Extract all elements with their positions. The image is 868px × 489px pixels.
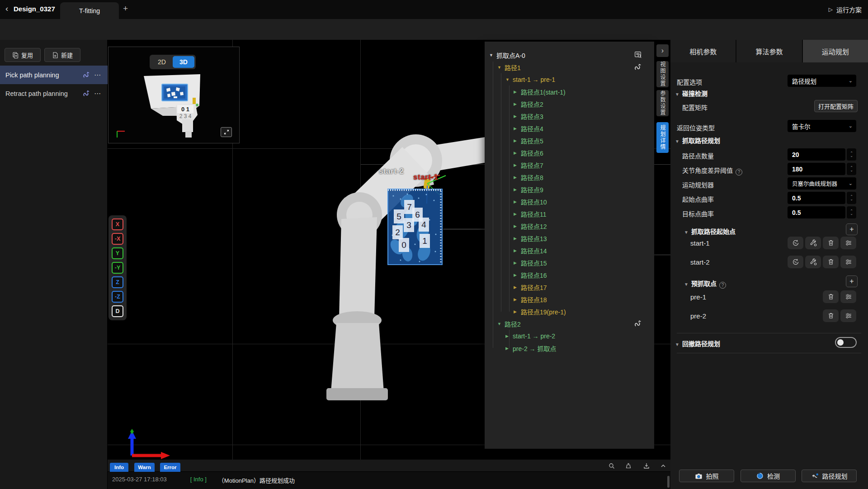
tree-node[interactable]: ▶路径点2 [485, 98, 654, 110]
expand-icon[interactable]: ▶ [514, 163, 521, 167]
replan-icon[interactable] [634, 319, 642, 328]
expand-icon[interactable]: ▶ [514, 199, 521, 204]
edit-pre-point-button[interactable] [840, 309, 856, 322]
axis-button-neg-x[interactable]: -X [112, 233, 123, 245]
log-tab-info[interactable]: Info [110, 463, 128, 472]
path-plan-button[interactable]: 路径规划 [802, 470, 857, 482]
tree-node[interactable]: ▶路径点3 [485, 110, 654, 122]
tree-node[interactable]: ▼抓取点A-0 [485, 49, 654, 61]
tree-node[interactable]: ▶路径点15 [485, 256, 654, 269]
collapse-icon[interactable]: ▼ [489, 53, 496, 57]
grasp-candidate-label[interactable]: 1 [420, 234, 430, 248]
step-down-icon[interactable]: ⌄ [850, 155, 853, 157]
path-squiggle-icon[interactable] [82, 90, 90, 98]
axis-button-d[interactable]: D [112, 305, 123, 317]
retract-plan-toggle[interactable] [835, 337, 857, 348]
new-button[interactable]: 新建 [44, 48, 80, 62]
expand-icon[interactable]: ▶ [514, 175, 521, 180]
axis-button-z[interactable]: Z [112, 276, 123, 288]
start-curvature-stepper[interactable]: 0.5 ⌃⌄ [788, 192, 856, 204]
tree-node[interactable]: ▶路径点9 [485, 183, 654, 195]
plan-detail-icon[interactable] [634, 51, 642, 59]
expand-icon[interactable]: ▶ [514, 212, 521, 216]
start-2-pose-label[interactable]: start-2 [379, 167, 404, 176]
log-export-icon[interactable] [642, 462, 651, 470]
delete-start-point-button[interactable] [823, 256, 839, 268]
tree-node[interactable]: ▶路径点17 [485, 281, 654, 293]
edit-start-point-button[interactable] [840, 237, 856, 249]
reuse-button[interactable]: 复用 [5, 48, 41, 62]
axis-button-y[interactable]: Y [112, 247, 123, 259]
start-points-section-header[interactable]: ▼抓取路径起始点 [684, 227, 736, 236]
tree-node[interactable]: ▶路径点10 [485, 195, 654, 208]
help-icon[interactable]: ? [719, 282, 726, 289]
collapse-icon[interactable]: ▼ [497, 322, 505, 326]
path-squiggle-icon[interactable] [82, 71, 90, 79]
vtab-parameter-settings[interactable]: 参数设置 [656, 90, 669, 116]
tree-node[interactable]: ▼start-1 → pre-1 [485, 73, 654, 85]
tree-node[interactable]: ▶路径点5 [485, 134, 654, 147]
expand-icon[interactable]: ▶ [514, 126, 521, 131]
tree-node[interactable]: ▶路径点19(pre-1) [485, 305, 654, 318]
vtab-plan-detail[interactable]: 规划详情 [656, 122, 669, 153]
expand-icon[interactable]: ▶ [514, 297, 521, 302]
log-tab-error[interactable]: Error [160, 463, 180, 472]
edit-start-point-button[interactable] [840, 256, 856, 268]
collision-section-header[interactable]: ▼碰撞检测 [675, 89, 708, 98]
tree-node[interactable]: ▶路径点18 [485, 293, 654, 305]
pick-plan-section-header[interactable]: ▼抓取路径规划 [675, 136, 720, 145]
expand-icon[interactable]: ▶ [514, 102, 521, 106]
toggle-3d-button[interactable]: 3D [173, 56, 194, 68]
collapse-icon[interactable]: ▼ [497, 65, 505, 70]
tab-algorithm-params[interactable]: 算法参数 [736, 40, 802, 62]
expand-icon[interactable]: ▶ [514, 248, 521, 253]
tree-node[interactable]: ▶start-1 → pre-2 [485, 330, 654, 342]
help-icon[interactable]: ? [736, 169, 742, 176]
retract-section-header[interactable]: ▼回撤路径规划 [675, 339, 720, 348]
expand-icon[interactable]: ▶ [514, 138, 521, 143]
toggle-2d-button[interactable]: 2D [151, 56, 173, 68]
more-options-icon[interactable]: ⋯ [94, 71, 101, 79]
grasp-candidate-label[interactable]: 5 [394, 209, 404, 223]
tree-node[interactable]: ▶路径点1(start-1) [485, 85, 654, 98]
config-option-select[interactable]: 路径规划 ⌄ [788, 75, 856, 87]
log-clear-icon[interactable] [624, 462, 632, 470]
add-tab-icon[interactable]: + [123, 4, 128, 14]
axis-button-x[interactable]: X [112, 218, 123, 230]
start-curvature-value[interactable]: 0.5 [788, 192, 845, 204]
step-down-icon[interactable]: ⌄ [850, 169, 853, 172]
expand-icon[interactable]: ▶ [514, 114, 521, 119]
tree-node[interactable]: ▶pre-2 → 抓取点 [485, 342, 654, 354]
tree-node[interactable]: ▶路径点7 [485, 159, 654, 171]
open-matrix-button[interactable]: 打开配置矩阵 [814, 100, 858, 112]
tree-node[interactable]: ▶路径点11 [485, 208, 654, 220]
target-curvature-value[interactable]: 0.5 [788, 206, 845, 218]
point-count-stepper[interactable]: 20 ⌃⌄ [788, 148, 856, 161]
pre-points-section-header[interactable]: ▼预抓取点? [684, 279, 729, 289]
expand-icon[interactable]: ▶ [514, 285, 521, 290]
target-curvature-stepper[interactable]: 0.5 ⌃⌄ [788, 206, 856, 218]
return-pose-select[interactable]: 笛卡尔 ⌄ [788, 120, 856, 132]
tab-motion-planning[interactable]: 运动规划 [803, 40, 868, 62]
step-down-icon[interactable]: ⌄ [850, 198, 853, 201]
expand-icon[interactable]: ▶ [514, 273, 521, 277]
back-icon[interactable]: ‹ [5, 4, 8, 14]
tree-node[interactable]: ▶路径点8 [485, 171, 654, 183]
expand-icon[interactable]: ▶ [514, 90, 521, 94]
joint-diff-stepper[interactable]: 180 ⌃⌄ [788, 163, 856, 175]
expand-mini-view-icon[interactable] [221, 127, 232, 137]
log-tab-warn[interactable]: Warn [134, 463, 155, 472]
expand-icon[interactable]: ▶ [514, 261, 521, 265]
delete-start-point-button[interactable] [823, 237, 839, 249]
expand-icon[interactable]: ▶ [514, 151, 521, 155]
edit-pre-point-button[interactable] [840, 290, 856, 303]
tree-node[interactable]: ▼路径1 [485, 61, 654, 73]
tree-node[interactable]: ▶路径点12 [485, 220, 654, 232]
expand-icon[interactable]: ▶ [514, 236, 521, 241]
more-options-icon[interactable]: ⋯ [94, 90, 101, 98]
vtab-view-settings[interactable]: 视图设置 [656, 61, 669, 87]
replan-start-point-button[interactable] [788, 237, 803, 249]
expand-icon[interactable]: ▶ [514, 224, 521, 228]
grasp-candidate-label[interactable]: 0 [399, 238, 409, 252]
grasp-candidate-label[interactable]: 2 [392, 225, 403, 239]
